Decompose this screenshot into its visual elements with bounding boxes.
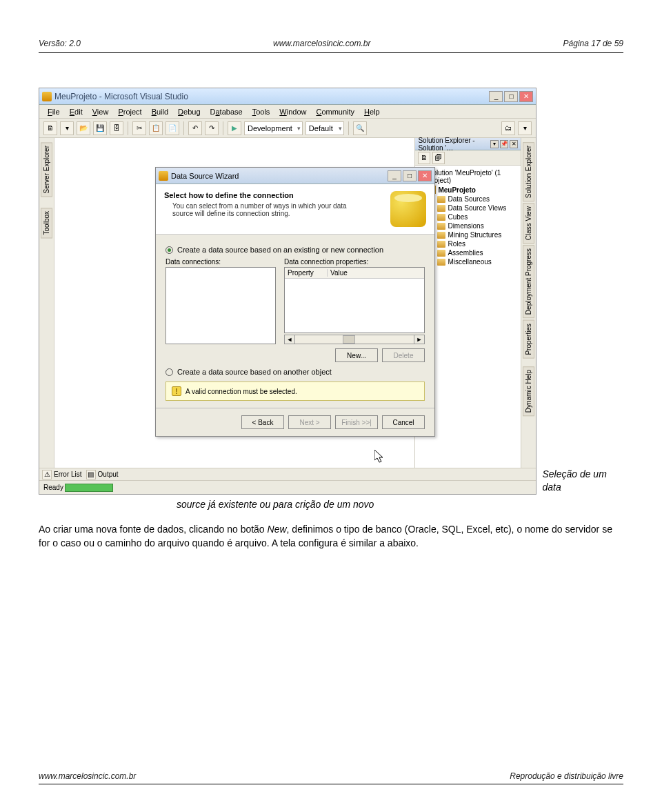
next-button[interactable]: Next > bbox=[288, 415, 331, 429]
tb-copy[interactable]: 📋 bbox=[149, 121, 163, 135]
menu-file[interactable]: File bbox=[43, 106, 64, 117]
scroll-left-button[interactable]: ◄ bbox=[284, 335, 295, 344]
properties-tab[interactable]: Properties bbox=[523, 320, 534, 359]
scroll-track[interactable] bbox=[295, 335, 414, 344]
dialog-minimize[interactable]: _ bbox=[388, 170, 401, 181]
label-data-connections: Data connections: bbox=[166, 258, 276, 266]
scroll-thumb[interactable] bbox=[343, 335, 355, 344]
server-explorer-tab[interactable]: Server Explorer bbox=[41, 142, 52, 197]
status-progress bbox=[65, 484, 113, 492]
minimize-button[interactable]: _ bbox=[489, 91, 503, 102]
listbox-props[interactable]: Property Value bbox=[284, 267, 425, 333]
tb-open[interactable]: 📂 bbox=[77, 121, 90, 135]
folder-icon bbox=[437, 196, 445, 203]
dialog-title: Data Source Wizard bbox=[171, 172, 239, 180]
tb-undo[interactable]: ↶ bbox=[188, 121, 202, 135]
doc-site-top: www.marcelosincic.com.br bbox=[273, 39, 370, 48]
menu-window[interactable]: Window bbox=[275, 106, 310, 117]
class-view-tab[interactable]: Class View bbox=[523, 203, 534, 244]
label-conn-props: Data connection properties: bbox=[284, 258, 425, 266]
window-title: MeuProjeto - Microsoft Visual Studio bbox=[54, 92, 188, 101]
hscrollbar[interactable]: ◄ ► bbox=[284, 335, 425, 344]
se-btn1[interactable]: 🗎 bbox=[418, 152, 430, 164]
col-value[interactable]: Value bbox=[328, 269, 424, 277]
listbox-connections[interactable] bbox=[166, 267, 276, 344]
error-list-tab[interactable]: ⚠Error List bbox=[42, 470, 82, 479]
folder-icon bbox=[437, 232, 445, 239]
statusbar: Ready bbox=[39, 480, 536, 494]
panel-pin[interactable]: 📌 bbox=[500, 140, 508, 148]
dialog-footer: < Back Next > Finish >>| Cancel bbox=[156, 408, 434, 436]
folder-icon bbox=[437, 214, 445, 221]
config-combo[interactable]: Development bbox=[244, 121, 303, 135]
header-divider bbox=[39, 52, 623, 53]
dialog-heading: Select how to define the connection bbox=[164, 191, 390, 199]
doc-page: Página 17 de 59 bbox=[563, 39, 623, 48]
menu-debug[interactable]: Debug bbox=[174, 106, 204, 117]
new-button[interactable]: New... bbox=[335, 348, 378, 362]
vs-screenshot: MeuProjeto - Microsoft Visual Studio _ □… bbox=[39, 88, 536, 495]
titlebar: MeuProjeto - Microsoft Visual Studio _ □… bbox=[39, 88, 536, 105]
radio-another-object[interactable]: Create a data source based on another ob… bbox=[166, 368, 425, 376]
scroll-right-button[interactable]: ► bbox=[414, 335, 425, 344]
tb-save[interactable]: 💾 bbox=[93, 121, 107, 135]
radio1-label: Create a data source based on an existin… bbox=[177, 246, 383, 254]
toolbox-tab[interactable]: Toolbox bbox=[41, 208, 52, 238]
doc-version: Versão: 2.0 bbox=[39, 39, 81, 48]
dialog-close[interactable]: ✕ bbox=[418, 170, 432, 181]
restore-button[interactable]: □ bbox=[504, 91, 518, 102]
close-button[interactable]: ✕ bbox=[519, 91, 533, 102]
footer-site: www.marcelosincic.com.br bbox=[39, 771, 136, 781]
folder-icon bbox=[437, 241, 445, 248]
warning-box: A valid connection must be selected. bbox=[166, 382, 425, 401]
figure-caption-below: source já existente ou para crição de um… bbox=[177, 499, 623, 510]
deployment-progress-tab[interactable]: Deployment Progress bbox=[523, 245, 534, 318]
tb-find[interactable]: 🔍 bbox=[353, 121, 367, 135]
delete-button[interactable]: Delete bbox=[382, 348, 425, 362]
panel-dropdown[interactable]: ▾ bbox=[490, 140, 499, 148]
tb-misc1[interactable]: 🗂 bbox=[501, 121, 515, 135]
warning-icon bbox=[172, 386, 181, 396]
tb-redo[interactable]: ↷ bbox=[205, 121, 219, 135]
tb-add[interactable]: ▾ bbox=[60, 121, 74, 135]
se-toolbar: 🗎 🗐 bbox=[415, 150, 521, 166]
menu-tools[interactable]: Tools bbox=[248, 106, 274, 117]
tb-saveall[interactable]: 🗄 bbox=[110, 121, 123, 135]
tb-paste[interactable]: 📄 bbox=[166, 121, 179, 135]
left-rail: Server Explorer Toolbox bbox=[39, 138, 54, 480]
menu-database[interactable]: Database bbox=[206, 106, 247, 117]
dialog-subtext: You can select from a number of ways in … bbox=[164, 202, 357, 217]
finish-button[interactable]: Finish >>| bbox=[335, 415, 378, 429]
menu-help[interactable]: Help bbox=[360, 106, 384, 117]
tb-new[interactable]: 🗎 bbox=[43, 121, 57, 135]
tb-misc2[interactable]: ▾ bbox=[518, 121, 532, 135]
se-btn2[interactable]: 🗐 bbox=[432, 152, 445, 164]
tb-start[interactable]: ▶ bbox=[228, 121, 241, 135]
menu-edit[interactable]: Edit bbox=[66, 106, 87, 117]
solution-explorer-tab[interactable]: Solution Explorer bbox=[523, 142, 534, 201]
menu-view[interactable]: View bbox=[88, 106, 113, 117]
right-rail: Solution Explorer Class View Deployment … bbox=[521, 138, 536, 480]
back-button[interactable]: < Back bbox=[241, 415, 284, 429]
app-icon bbox=[42, 92, 52, 101]
footer-rights: Reprodução e distribuição livre bbox=[510, 771, 623, 781]
config-combo2[interactable]: Default bbox=[305, 121, 344, 135]
data-source-wizard: Data Source Wizard _ □ ✕ Select how to d… bbox=[155, 167, 435, 437]
menu-build[interactable]: Build bbox=[148, 106, 172, 117]
folder-icon bbox=[437, 223, 445, 230]
radio-existing[interactable]: Create a data source based on an existin… bbox=[166, 246, 425, 254]
warning-text: A valid connection must be selected. bbox=[185, 388, 297, 395]
panel-close[interactable]: ✕ bbox=[510, 140, 518, 148]
menu-project[interactable]: Project bbox=[114, 106, 146, 117]
cancel-button[interactable]: Cancel bbox=[382, 415, 425, 429]
radio2-label: Create a data source based on another ob… bbox=[177, 368, 332, 376]
output-tab[interactable]: ▤Output bbox=[86, 470, 119, 479]
folder-icon bbox=[437, 250, 445, 257]
folder-icon bbox=[437, 259, 445, 266]
folder-icon bbox=[437, 205, 445, 212]
tb-cut[interactable]: ✂ bbox=[132, 121, 146, 135]
dialog-maximize[interactable]: □ bbox=[403, 170, 417, 181]
col-property[interactable]: Property bbox=[285, 269, 328, 277]
menu-community[interactable]: Community bbox=[312, 106, 359, 117]
dynamic-help-tab[interactable]: Dynamic Help bbox=[523, 366, 534, 416]
